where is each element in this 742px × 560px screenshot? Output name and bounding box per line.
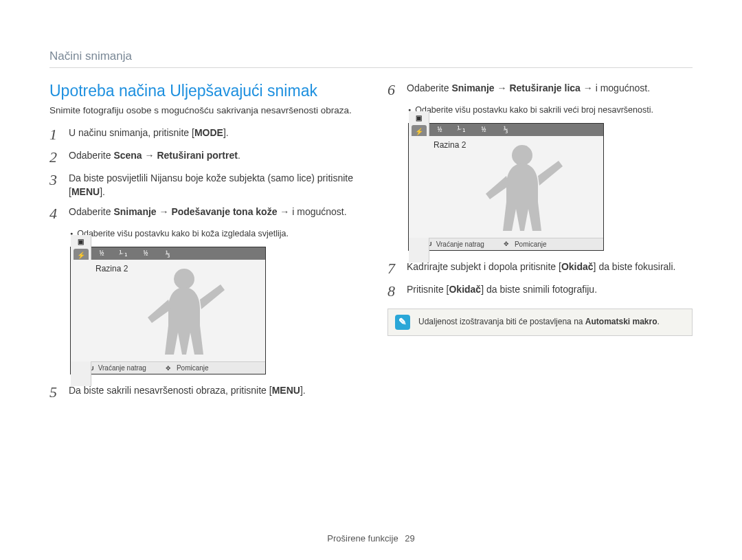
step-number: 2 bbox=[49, 149, 62, 165]
step-text: Kadrirajte subjekt i dopola pritisnite [ bbox=[407, 261, 561, 272]
step-text: ] da biste fokusirali. bbox=[594, 261, 676, 272]
step-text: ] da biste snimili fotografiju. bbox=[481, 284, 597, 295]
footer-label: Proširene funkcije bbox=[327, 533, 398, 544]
footer-move-label: Pomicanje bbox=[515, 240, 547, 248]
topbar-cell: ⅓ bbox=[498, 125, 513, 134]
page-title: Upotreba načina Uljepšavajući snimak bbox=[49, 82, 355, 100]
topbar-cell: ½ bbox=[94, 249, 109, 258]
step-number: 7 bbox=[387, 260, 400, 276]
camera-footer: MENU Vraćanje natrag ✥ Pomicanje bbox=[71, 361, 265, 374]
level-label: Razina 2 bbox=[434, 140, 466, 150]
topbar-cell: ½ bbox=[476, 126, 491, 134]
step-1: 1 U načinu snimanja, pritisnite [MODE]. bbox=[49, 126, 355, 142]
level-label: Razina 2 bbox=[95, 264, 128, 273]
step-6-bullet: Odaberite višu postavku kako bi sakrili … bbox=[408, 104, 693, 116]
step-text: i mogućnost. bbox=[593, 82, 650, 93]
camera-icon: ▣ bbox=[412, 113, 427, 123]
step-7: 7 Kadrirajte subjekt i dopola pritisnite… bbox=[387, 260, 693, 276]
keycap-okidac: Okidač bbox=[449, 284, 481, 295]
topbar-cell: ⅓ bbox=[160, 249, 175, 258]
person-silhouette-icon bbox=[133, 264, 236, 360]
left-column: Upotreba načina Uljepšavajući snimak Sni… bbox=[49, 82, 355, 407]
camera-topbar: ½ ⅟₁ ½ ⅓ bbox=[71, 247, 265, 260]
step-5: 5 Da biste sakrili nesavršenosti obraza,… bbox=[49, 384, 355, 400]
right-column: 6 Odaberite Snimanje → Retuširanje lica … bbox=[387, 82, 693, 407]
step-bold: Snimanje → Retuširanje lica → bbox=[451, 82, 592, 93]
nav-icon: ✥ bbox=[502, 240, 510, 248]
camera-icon: ▣ bbox=[74, 236, 89, 247]
keycap-mode: MODE bbox=[194, 127, 223, 138]
camera-preview: ▣ ⚡ ☺ M ▦ ◉ ½ ⅟₁ ½ ⅓ Razina 2 bbox=[408, 123, 604, 251]
note-text: Udaljenost izoštravanja biti će postavlj… bbox=[418, 317, 585, 326]
topbar-cell: ½ bbox=[432, 126, 447, 134]
camera-preview: ▣ ⚡ ☺ M ▦ ◉ ½ ⅟₁ ½ ⅓ Razina 2 bbox=[70, 247, 266, 374]
footer-move-label: Pomicanje bbox=[177, 364, 209, 372]
nav-icon: ✥ bbox=[164, 364, 172, 372]
person-silhouette-icon bbox=[471, 140, 574, 236]
step-bold: Scena → Retuširani portret bbox=[113, 150, 238, 161]
page-footer: Proširene funkcije 29 bbox=[0, 533, 742, 544]
keycap-menu: MENU bbox=[272, 385, 300, 396]
step-text: U načinu snimanja, pritisnite [ bbox=[69, 127, 194, 138]
svg-point-1 bbox=[512, 145, 532, 166]
step-text: Odaberite bbox=[407, 82, 451, 93]
step-text: ]. bbox=[223, 127, 229, 138]
note-bold: Automatski makro bbox=[585, 317, 657, 326]
step-text: Odaberite bbox=[69, 206, 113, 217]
footer-back-label: Vraćanje natrag bbox=[436, 240, 484, 248]
step-4-bullet: Odaberite višu postavku kako bi koža izg… bbox=[70, 228, 355, 240]
intro-text: Snimite fotografiju osobe s mogućnošću s… bbox=[49, 104, 355, 117]
step-number: 4 bbox=[49, 205, 62, 221]
info-icon: ✎ bbox=[395, 315, 410, 330]
step-text: . bbox=[238, 150, 240, 161]
step-text: Da biste sakrili nesavršenosti obraza, p… bbox=[69, 385, 272, 396]
page-number: 29 bbox=[405, 533, 414, 544]
camera-footer: MENU Vraćanje natrag ✥ Pomicanje bbox=[409, 238, 603, 250]
topbar-cell: ½ bbox=[138, 249, 153, 258]
step-3: 3 Da biste posvijetlili Nijansu boje kož… bbox=[49, 172, 355, 199]
note-text: . bbox=[657, 317, 660, 326]
section-header: Načini snimanja bbox=[49, 49, 693, 68]
step-2: 2 Odaberite Scena → Retuširani portret. bbox=[49, 149, 355, 165]
step-6: 6 Odaberite Snimanje → Retuširanje lica … bbox=[387, 82, 693, 98]
step-text: Da biste posvijetlili Nijansu boje kože … bbox=[69, 172, 353, 197]
step-text: ]. bbox=[100, 186, 105, 197]
step-text: ]. bbox=[300, 385, 306, 396]
step-number: 3 bbox=[49, 172, 62, 199]
step-bold: Snimanje → Podešavanje tona kože → bbox=[113, 206, 289, 217]
footer-back-label: Vraćanje natrag bbox=[98, 364, 146, 372]
step-number: 1 bbox=[49, 126, 62, 142]
step-number: 8 bbox=[387, 283, 400, 299]
camera-topbar: ½ ⅟₁ ½ ⅓ bbox=[409, 124, 603, 136]
step-number: 5 bbox=[49, 384, 62, 400]
step-text: Pritisnite [ bbox=[407, 284, 449, 295]
step-4: 4 Odaberite Snimanje → Podešavanje tona … bbox=[49, 205, 355, 221]
svg-point-0 bbox=[174, 269, 194, 289]
step-text: i mogućnost. bbox=[289, 206, 346, 217]
topbar-cell: ⅟₁ bbox=[454, 125, 469, 134]
info-note: ✎ Udaljenost izoštravanja biti će postav… bbox=[387, 309, 693, 336]
step-text: Odaberite bbox=[69, 150, 113, 161]
topbar-cell: ⅟₁ bbox=[116, 249, 131, 258]
keycap-menu: MENU bbox=[71, 186, 100, 197]
step-number: 6 bbox=[387, 82, 400, 98]
step-8: 8 Pritisnite [Okidač] da biste snimili f… bbox=[387, 283, 693, 299]
keycap-okidac: Okidač bbox=[561, 261, 594, 272]
